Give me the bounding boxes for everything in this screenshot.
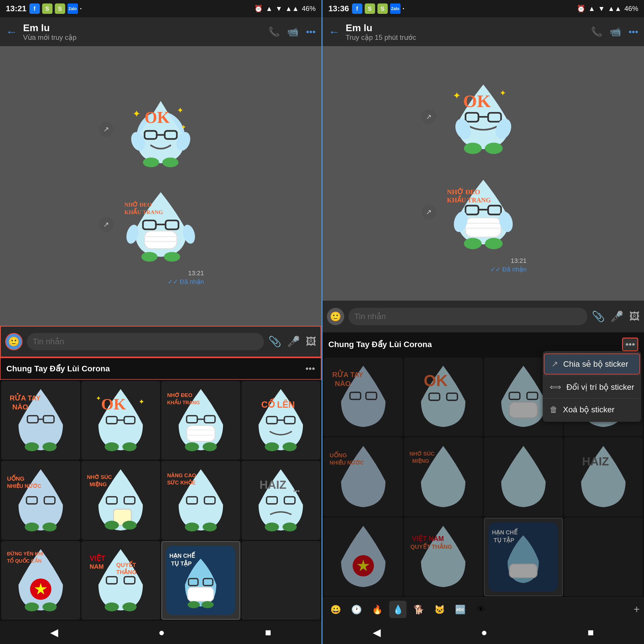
sticker-drink-2[interactable]: UỐNG NHIỀU NƯỚC: [324, 437, 403, 516]
back-button-2[interactable]: ←: [328, 25, 340, 38]
emoji-button-2[interactable]: 🙂: [327, 308, 344, 325]
nav-recent-1[interactable]: ■: [265, 626, 272, 639]
sticker-tab-text[interactable]: 🔤: [452, 601, 469, 618]
sticker-stay-2[interactable]: HẠN CHẾ TỤ TẬP: [484, 518, 563, 597]
sticker-mask[interactable]: NHỚ ĐEO KHẨU TRANG: [161, 381, 240, 460]
sticker-grid-1: RỬA TAY NÀO OK ✦ ✦: [0, 380, 321, 621]
add-sticker-btn[interactable]: +: [634, 603, 640, 615]
status-bar-2: 13:36 f S S Zalo • ⏰ ▲ ▼ ▲▲ 46%: [323, 0, 644, 17]
svg-point-82: [25, 602, 39, 611]
sticker-panel-2: Chung Tay Đẩy Lùi Corona ••• ↗ Chia sẻ b…: [323, 332, 644, 621]
share-ok-btn-2[interactable]: ↗: [421, 109, 436, 124]
sticker-haiz-2[interactable]: HAIZ: [564, 437, 643, 516]
svg-rect-15: [145, 231, 177, 249]
sticker-more-btn-2[interactable]: •••: [622, 338, 638, 351]
svg-text:•••: •••: [293, 488, 300, 495]
image-icon-1[interactable]: 🖼: [306, 336, 316, 348]
alarm-icon-2: ⏰: [577, 5, 585, 13]
svg-text:TỔ QUỐC CẦN: TỔ QUỐC CẦN: [7, 557, 42, 564]
status-right-2: ⏰ ▲ ▼ ▲▲ 46%: [577, 5, 638, 13]
nav-back-1[interactable]: ◀: [50, 626, 58, 639]
sticker-wash[interactable]: RỬA TAY NÀO: [1, 381, 80, 460]
dot-1: •: [80, 6, 82, 11]
zalo-icon-2: Zalo: [390, 3, 400, 14]
phone-icon-1[interactable]: 📞: [268, 26, 280, 37]
input-actions-1: 📎 🎤 🖼: [268, 336, 316, 348]
svg-point-70: [185, 523, 199, 531]
sticker-flag-2[interactable]: [324, 518, 403, 597]
attachment-icon-2[interactable]: 📎: [592, 310, 605, 323]
video-icon-2[interactable]: 📹: [610, 26, 621, 37]
input-actions-2: 📎 🎤 🖼: [592, 310, 640, 323]
share-label: Chia sẻ bộ sticker: [563, 359, 628, 369]
svg-text:OK: OK: [145, 108, 170, 126]
context-item-share[interactable]: ↗ Chia sẻ bộ sticker: [544, 353, 640, 375]
shopify-icon-2: S: [55, 3, 65, 14]
image-icon-2[interactable]: 🖼: [629, 310, 640, 323]
more-icon-1[interactable]: •••: [306, 27, 316, 37]
sticker-vn-2[interactable]: VIỆT NAM QUYẾT THẮNG: [404, 518, 483, 597]
message-input-1[interactable]: Tin nhắn: [27, 333, 264, 350]
context-item-move[interactable]: ⟺ Đổi vị trí bộ sticker: [543, 377, 641, 397]
mic-icon-1[interactable]: 🎤: [287, 336, 300, 348]
sticker-msg-ok-2: ↗ OK ✦ ✦: [440, 74, 527, 160]
signal-icon-1: ▲: [266, 5, 273, 13]
svg-text:NHIỀU NƯỚC: NHIỀU NƯỚC: [7, 482, 41, 489]
sticker-drink[interactable]: UỐNG NHIỀU NƯỚC: [1, 461, 80, 540]
sticker-more-btn-1[interactable]: •••: [305, 363, 315, 374]
mask-sticker-svg: NHỚ ĐEO KHẨU TRANG: [120, 184, 201, 265]
phone-icon-2[interactable]: 📞: [591, 26, 602, 37]
emoji-button-1[interactable]: 🙂: [5, 333, 23, 350]
sticker-tab-trending[interactable]: 🔥: [368, 601, 386, 618]
nav-home-2[interactable]: ●: [481, 626, 487, 639]
status-right-1: ⏰ ▲ ▼ ▲▲ 46%: [254, 5, 316, 13]
svg-text:✦: ✦: [499, 89, 506, 98]
more-icon-2[interactable]: •••: [628, 27, 638, 37]
sticker-tab-emoji[interactable]: 😀: [327, 601, 344, 618]
svg-point-120: [464, 238, 482, 249]
sticker-tab-pack2[interactable]: 🐕: [410, 601, 427, 618]
contact-status-1: Vừa mới truy cập: [23, 33, 263, 42]
sticker-flag[interactable]: ĐỪNG YÊN KHI TỔ QUỐC CẦN: [1, 541, 80, 620]
ok-sticker-svg-2: OK ✦ ✦: [443, 76, 524, 157]
svg-text:RỬA TAY: RỬA TAY: [332, 370, 363, 379]
sticker-gargle[interactable]: NHỚ SÚC MIỆNG: [81, 461, 160, 540]
svg-point-27: [25, 442, 39, 451]
move-label: Đổi vị trí bộ sticker: [566, 382, 634, 392]
sticker-stay[interactable]: HẠN CHẾ TỤ TẬP: [161, 541, 240, 620]
nav-home-1[interactable]: ●: [158, 626, 165, 639]
sticker-pack-name-2: Chung Tay Đẩy Lùi Corona: [328, 340, 432, 349]
sticker-ok-2[interactable]: OK: [404, 357, 483, 437]
sticker-tab-recent[interactable]: 🕐: [348, 601, 365, 618]
sticker-health-2[interactable]: [484, 437, 563, 516]
sticker-tab-pack3[interactable]: 🐱: [431, 601, 448, 618]
attachment-icon-1[interactable]: 📎: [268, 336, 281, 348]
mic-icon-2[interactable]: 🎤: [611, 310, 624, 323]
sticker-mask-visual-2: ↗ NHỚ ĐEO KHẨU TRANG: [440, 169, 527, 255]
sticker-gargle-2[interactable]: NHỚ SÚC MIỆNG: [404, 437, 483, 516]
svg-point-34: [105, 442, 119, 451]
sticker-health[interactable]: NÂNG CAO SỨC KHỎE: [161, 461, 240, 540]
mask-sticker-svg-2: NHỚ ĐEO KHẨU TRANG: [443, 172, 524, 252]
nav-recent-2[interactable]: ■: [588, 626, 594, 639]
share-ok-btn[interactable]: ↗: [99, 122, 114, 137]
sticker-tab-pack4[interactable]: 👁: [472, 601, 490, 618]
message-input-2[interactable]: Tin nhắn: [349, 308, 587, 325]
sticker-haiz[interactable]: HAIZ •••: [241, 461, 321, 540]
sticker-cheer[interactable]: CỐ LÊN: [241, 381, 321, 460]
nav-back-2[interactable]: ◀: [373, 626, 381, 639]
sticker-vn[interactable]: VIỆT NAM QUYẾT THẮNG: [81, 541, 160, 620]
back-button-1[interactable]: ←: [6, 25, 17, 38]
svg-text:HAIZ: HAIZ: [582, 455, 609, 468]
share-mask-btn-2[interactable]: ↗: [421, 205, 436, 220]
sticker-tab-pack1[interactable]: 💧: [389, 601, 407, 618]
svg-point-45: [185, 442, 199, 451]
bottom-nav-2: ◀ ● ■: [323, 621, 644, 644]
sticker-wash-2[interactable]: RỬA TAY NÀO: [324, 357, 403, 437]
video-icon-1[interactable]: 📹: [287, 26, 299, 37]
sticker-msg-mask: ↗: [117, 181, 204, 286]
time-2: 13:36: [328, 4, 349, 13]
sticker-ok[interactable]: OK ✦ ✦: [81, 381, 160, 460]
share-mask-btn[interactable]: ↗: [99, 217, 114, 232]
context-item-delete[interactable]: 🗑 Xoá bộ sticker: [543, 400, 641, 420]
